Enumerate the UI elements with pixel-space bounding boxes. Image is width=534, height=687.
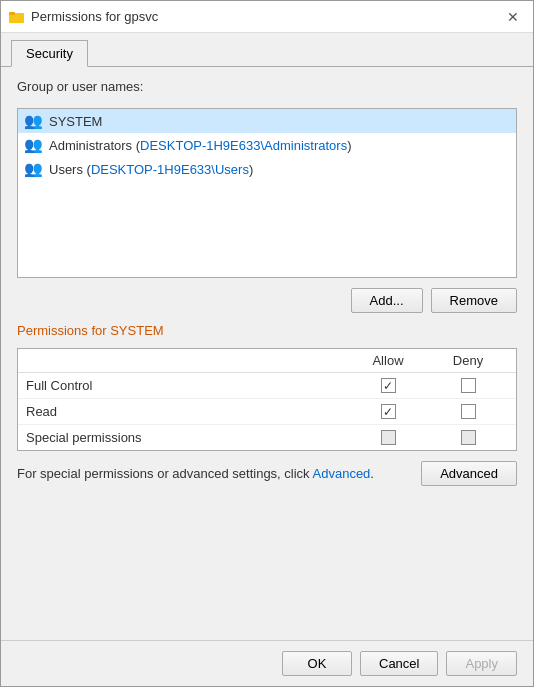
- ok-button[interactable]: OK: [282, 651, 352, 676]
- cancel-button[interactable]: Cancel: [360, 651, 438, 676]
- perm-deny-read-checkbox[interactable]: [461, 404, 476, 419]
- perm-col-deny: Deny: [428, 353, 508, 368]
- close-button[interactable]: ✕: [501, 5, 525, 29]
- perm-allow-special-checkbox[interactable]: [381, 430, 396, 445]
- advanced-button[interactable]: Advanced: [421, 461, 517, 486]
- tab-bar: Security: [1, 33, 533, 66]
- user-item-system[interactable]: 👥 SYSTEM: [18, 109, 516, 133]
- title-bar: Permissions for gpsvc ✕: [1, 1, 533, 33]
- user-item-users[interactable]: 👥 Users (DESKTOP-1H9E633\Users): [18, 157, 516, 181]
- svg-rect-2: [9, 12, 15, 15]
- permissions-header: Allow Deny: [18, 349, 516, 373]
- advanced-section: For special permissions or advanced sett…: [17, 461, 517, 486]
- advanced-description: For special permissions or advanced sett…: [17, 466, 411, 481]
- user-name-users: Users (DESKTOP-1H9E633\Users): [49, 162, 253, 177]
- user-name-administrators: Administrators (DESKTOP-1H9E633\Administ…: [49, 138, 352, 153]
- perm-col-allow: Allow: [348, 353, 428, 368]
- dialog-title: Permissions for gpsvc: [31, 9, 158, 24]
- group-label: Group or user names:: [17, 79, 517, 94]
- perm-allow-special-cell: [348, 430, 428, 445]
- add-remove-buttons: Add... Remove: [17, 288, 517, 313]
- perm-allow-read-cell: [348, 404, 428, 419]
- perm-deny-fullcontrol-checkbox[interactable]: [461, 378, 476, 393]
- perm-deny-special-cell: [428, 430, 508, 445]
- permissions-dialog: Permissions for gpsvc ✕ Security Group o…: [0, 0, 534, 687]
- user-group-icon-users: 👥: [24, 160, 43, 178]
- tab-content: Group or user names: 👥 SYSTEM 👥 Administ…: [1, 66, 533, 640]
- perm-allow-fullcontrol-checkbox[interactable]: [381, 378, 396, 393]
- remove-button[interactable]: Remove: [431, 288, 517, 313]
- user-group-icon-admin: 👥: [24, 136, 43, 154]
- perm-allow-fullcontrol-cell: [348, 378, 428, 393]
- user-name-system: SYSTEM: [49, 114, 102, 129]
- user-item-administrators[interactable]: 👥 Administrators (DESKTOP-1H9E633\Admini…: [18, 133, 516, 157]
- perm-name-read: Read: [26, 404, 348, 419]
- perm-col-name: [26, 353, 348, 368]
- permissions-table: Allow Deny Full Control Read: [17, 348, 517, 451]
- perm-allow-read-checkbox[interactable]: [381, 404, 396, 419]
- perm-row-fullcontrol: Full Control: [18, 373, 516, 399]
- tab-security[interactable]: Security: [11, 40, 88, 67]
- perm-row-special: Special permissions: [18, 425, 516, 450]
- perm-deny-special-checkbox[interactable]: [461, 430, 476, 445]
- folder-icon: [9, 9, 25, 25]
- perm-name-fullcontrol: Full Control: [26, 378, 348, 393]
- user-group-icon: 👥: [24, 112, 43, 130]
- title-bar-left: Permissions for gpsvc: [9, 9, 158, 25]
- footer: OK Cancel Apply: [1, 640, 533, 686]
- perm-name-special: Special permissions: [26, 430, 348, 445]
- perm-row-read: Read: [18, 399, 516, 425]
- permissions-label: Permissions for SYSTEM: [17, 323, 517, 338]
- apply-button[interactable]: Apply: [446, 651, 517, 676]
- advanced-link[interactable]: Advanced: [313, 466, 371, 481]
- perm-deny-read-cell: [428, 404, 508, 419]
- perm-deny-fullcontrol-cell: [428, 378, 508, 393]
- add-button[interactable]: Add...: [351, 288, 423, 313]
- user-list[interactable]: 👥 SYSTEM 👥 Administrators (DESKTOP-1H9E6…: [17, 108, 517, 278]
